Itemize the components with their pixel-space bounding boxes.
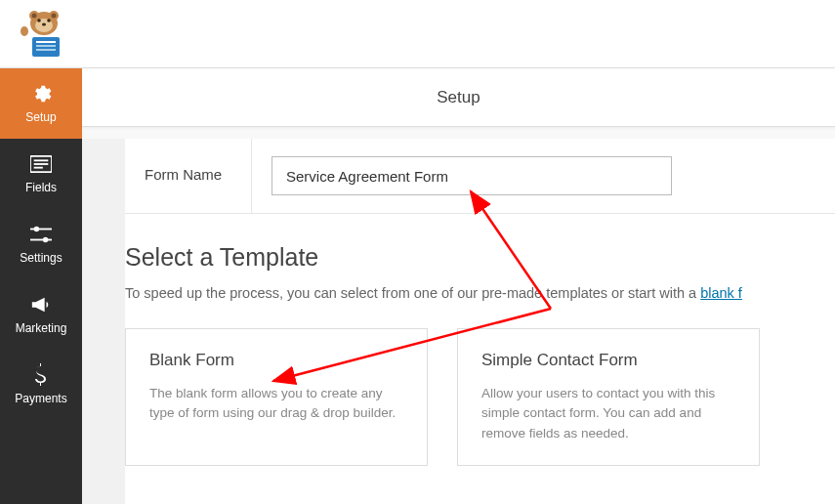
sidebar-item-label: Marketing — [16, 321, 67, 335]
blank-form-link[interactable]: blank f — [700, 285, 742, 301]
svg-rect-17 — [34, 167, 43, 169]
svg-rect-15 — [34, 159, 49, 161]
gear-icon — [30, 83, 52, 105]
template-card-title: Blank Form — [149, 351, 403, 370]
svg-rect-11 — [36, 41, 56, 43]
svg-rect-13 — [36, 49, 56, 51]
sidebar-item-marketing[interactable]: Marketing — [0, 279, 82, 350]
svg-rect-18 — [30, 229, 52, 231]
template-card-title: Simple Contact Form — [481, 351, 735, 370]
sidebar-item-payments[interactable]: Payments — [0, 350, 82, 420]
template-card-desc: The blank form allows you to create any … — [149, 384, 403, 424]
svg-point-19 — [34, 227, 40, 232]
template-card-desc: Allow your users to contact you with thi… — [481, 384, 735, 443]
sidebar-item-settings[interactable]: Settings — [0, 209, 82, 279]
template-card-blank[interactable]: Blank Form The blank form allows you to … — [125, 328, 428, 466]
main-container: Setup Fields Settings Marketing Payments — [0, 68, 835, 504]
sidebar-item-label: Setup — [25, 110, 56, 124]
template-cards: Blank Form The blank form allows you to … — [125, 328, 835, 466]
template-section: Select a Template To speed up the proces… — [125, 214, 835, 466]
svg-point-6 — [37, 19, 41, 22]
template-card-simple-contact[interactable]: Simple Contact Form Allow your users to … — [457, 328, 760, 466]
form-name-input[interactable] — [271, 156, 672, 195]
sidebar-item-label: Fields — [25, 181, 57, 194]
dollar-icon — [30, 364, 52, 386]
svg-point-7 — [47, 19, 51, 22]
page-title: Setup — [437, 88, 480, 107]
svg-rect-12 — [36, 45, 56, 47]
form-panel: Form Name Select a Template To speed up … — [125, 139, 835, 504]
svg-rect-16 — [34, 163, 49, 165]
sidebar-item-label: Payments — [15, 392, 66, 405]
tab-header: Setup — [82, 68, 835, 127]
svg-point-9 — [21, 26, 28, 36]
svg-point-8 — [42, 22, 46, 25]
bear-logo-icon — [15, 10, 63, 59]
sidebar-item-label: Settings — [20, 251, 62, 265]
sidebar-item-setup[interactable]: Setup — [0, 68, 82, 139]
form-name-row: Form Name — [125, 139, 835, 214]
logo — [15, 10, 63, 59]
svg-point-3 — [32, 13, 37, 18]
template-heading: Select a Template — [125, 243, 835, 272]
sidebar: Setup Fields Settings Marketing Payments — [0, 68, 82, 504]
megaphone-icon — [30, 294, 52, 315]
sliders-icon — [30, 224, 52, 245]
form-name-input-cell — [252, 139, 835, 213]
list-icon — [30, 153, 52, 175]
header-bar — [0, 0, 835, 68]
svg-point-4 — [52, 13, 57, 18]
svg-rect-20 — [30, 239, 52, 241]
template-desc-text: To speed up the process, you can select … — [125, 285, 700, 301]
template-description: To speed up the process, you can select … — [125, 285, 835, 301]
sidebar-item-fields[interactable]: Fields — [0, 139, 82, 209]
form-name-label: Form Name — [125, 139, 252, 213]
content-area: Setup Form Name Select a Template To spe… — [82, 68, 835, 504]
svg-point-21 — [43, 237, 49, 243]
content-body: Form Name Select a Template To speed up … — [82, 139, 835, 504]
